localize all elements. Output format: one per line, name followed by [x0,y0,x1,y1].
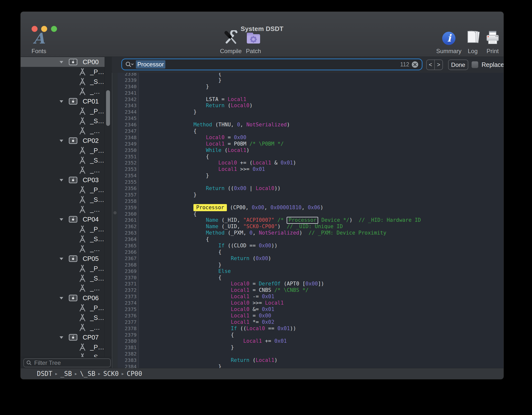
code-text: { [206,236,209,242]
sidebar-scrollbar-thumb[interactable] [106,90,110,126]
line-number: 2377 [118,319,139,326]
tree-group-label: CP07 [83,334,99,341]
disclosure-triangle-icon[interactable] [60,296,63,301]
find-next-button[interactable]: > [435,60,442,70]
method-icon [78,314,87,323]
code-line: 2342 LSTA = Local1 [118,96,503,103]
tree-child-row[interactable]: _P… [21,264,105,273]
tree-child-row[interactable]: _P… [21,224,105,234]
filter-field[interactable] [23,358,111,367]
tree-child-row[interactable]: _S… [21,195,105,205]
breadcrumb-item-_SB[interactable]: \_SB [80,370,95,377]
tree-group-CP04[interactable]: CP04 [21,214,105,224]
code-line: 2343 Return (Local0) [118,103,503,109]
code-text: ( [225,103,231,108]
method-icon [78,68,87,77]
tree-child-row[interactable]: _P… [21,185,105,195]
method-icon [78,225,87,234]
disclosure-triangle-icon[interactable] [60,139,63,143]
breadcrumb-separator-icon: ▸ [98,371,100,376]
tree-child-row[interactable]: _… [21,87,105,96]
disclosure-triangle-icon[interactable] [60,257,63,261]
find-previous-button[interactable]: < [427,60,435,70]
code-line: 2379 { [118,332,503,338]
fonts-label: Fonts [25,48,52,55]
line-number: 2368 [118,262,139,268]
patch-button[interactable]: Patch [240,30,267,56]
tree-child-row[interactable]: _… [21,126,105,136]
tree-child-label: _S… [90,78,104,86]
tree-child-row[interactable]: _… [21,283,105,293]
line-number: 2381 [118,344,139,351]
tree-group-CP02[interactable]: CP02 [21,136,105,146]
print-button[interactable]: Print [479,30,503,56]
line-number: 2357 [118,192,139,198]
tree-child-row[interactable]: _S… [21,234,105,244]
line-number: 2380 [118,338,139,344]
line-number: 2384 [118,364,139,368]
tree-child-label: _… [90,166,100,174]
breadcrumb-item-_SB[interactable]: _SB [60,370,72,377]
tree-child-row[interactable]: _S… [21,155,105,165]
tree-group-CP07[interactable]: CP07 [21,332,105,342]
local-variable: Local0 [231,281,250,287]
line-number: 2343 [118,103,139,109]
find-query[interactable]: Processor [136,60,165,69]
tree-child-row[interactable]: _… [21,323,105,332]
tree-child-label: _P… [90,107,104,115]
breadcrumb-item-DSDT[interactable]: DSDT [37,370,52,377]
disclosure-triangle-icon[interactable] [60,218,63,222]
tree-group-label: CP05 [83,255,99,263]
breadcrumb-item-CP00[interactable]: CP00 [127,370,142,377]
clear-search-icon[interactable] [412,61,418,68]
replace-label: Replace [482,61,503,68]
tree-group-CP01[interactable]: CP01 [21,96,105,106]
disclosure-triangle-icon[interactable] [60,100,63,104]
tree-group-CP05[interactable]: CP05 [21,254,105,264]
tree-child-row[interactable]: _P… [21,342,105,352]
tree-group-CP03[interactable]: CP03 [21,175,105,185]
code-text: ) [293,160,296,166]
number-literal: 0x00 [256,255,268,261]
tree-child-row[interactable]: _S… [21,352,105,357]
code-text: { [218,275,221,281]
tree-child-row[interactable]: _P… [21,67,105,77]
code-line: 2361 Name (_HID, "ACPI0007" /* Processor… [118,217,503,223]
method-icon [78,304,87,313]
tree-child-row[interactable]: _S… [21,77,105,87]
tree-child-row[interactable]: _… [21,165,105,175]
tree-child-row[interactable]: _S… [21,273,105,283]
disclosure-triangle-icon[interactable] [60,178,63,183]
tree-group-CP06[interactable]: CP06 [21,293,105,303]
breadcrumb-item-SCK0[interactable]: SCK0 [103,370,119,377]
tree-group-label: CP06 [83,294,99,302]
tree-child-row[interactable]: _… [21,244,105,254]
tree-child-row[interactable]: _P… [21,303,105,313]
keyword: While [206,147,221,153]
done-button[interactable]: Done [448,59,468,70]
disclosure-triangle-icon[interactable] [60,60,63,65]
fonts-button[interactable]: A Fonts [25,30,52,56]
filter-input[interactable] [34,359,104,367]
disclosure-triangle-icon[interactable] [60,336,63,340]
code-editor[interactable]: 2338 {2339 }2340 }23412342 LSTA = Local1… [118,73,503,368]
find-field[interactable]: Processor 112 [121,59,422,70]
string-literal: "SCK0-CP00" [243,223,277,229]
code-line: 2377 Local1 *= 0x02 [118,319,503,326]
code-text: (( [225,185,234,191]
code-text: ) [287,122,290,128]
summary-button[interactable]: i Summary [435,30,462,56]
method-icon [78,343,87,352]
breadcrumb-separator-icon: ▸ [75,371,77,376]
tree-child-row[interactable]: _P… [21,146,105,155]
line-number: 2373 [118,294,139,300]
replace-checkbox[interactable] [471,61,478,68]
split-divider[interactable] [112,73,118,368]
tree-child-row[interactable]: _S… [21,116,105,126]
code-text: , [252,230,259,236]
tree-child-row[interactable]: _P… [21,106,105,116]
code-text: ]) [318,281,324,287]
tree-child-row[interactable]: _S… [21,313,105,323]
tree-group-CP00[interactable]: CP00 [21,57,105,67]
tree-child-row[interactable]: _… [21,205,105,214]
